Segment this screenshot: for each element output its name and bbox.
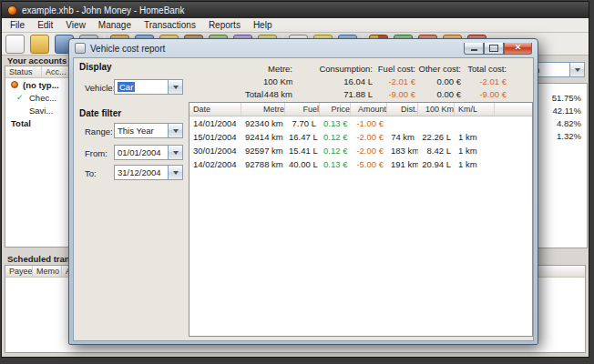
to-date-field[interactable]: 31/12/2004	[114, 165, 183, 180]
cell: -2.00 €	[351, 132, 387, 142]
dialog-title: Vehicle cost report	[90, 44, 165, 54]
range-combobox[interactable]: This Year	[114, 123, 183, 138]
column-metre[interactable]: Metre	[241, 103, 285, 116]
cell: 191 km	[387, 159, 418, 169]
menu-manage[interactable]: Manage	[92, 19, 138, 31]
table-row[interactable]: 30/01/2004 92597 km 15.41 L 0.12 € -2.00…	[189, 144, 532, 157]
table-row[interactable]: 14/02/2004 92788 km 40.00 L 0.13 € -5.00…	[189, 157, 532, 171]
summary-header-consumption: Consumption:	[292, 64, 373, 74]
from-date-field[interactable]: 01/01/2004	[114, 145, 183, 160]
column-date[interactable]: Date	[189, 103, 241, 116]
menu-transactions[interactable]: Transactions	[138, 19, 202, 31]
column-amount[interactable]: Amount	[351, 103, 387, 116]
report-summary: Metre: Consumption: Fuel cost: Other cos…	[189, 62, 507, 100]
summary-header-metre: Metre:	[263, 64, 292, 74]
cell: 1 km	[455, 159, 495, 169]
menubar: File Edit View Manage Transactions Repor…	[2, 18, 589, 33]
minimize-button[interactable]	[464, 43, 484, 55]
account-total-label: Total	[11, 118, 31, 128]
check-icon	[16, 93, 26, 102]
column-status[interactable]: Status	[5, 66, 42, 77]
summary-header-other-cost: Other cost:	[415, 64, 461, 74]
summary-header-row: Metre: Consumption: Fuel cost: Other cos…	[189, 62, 507, 75]
cell: 0.12 €	[320, 132, 351, 142]
cell: 1 km	[455, 132, 495, 142]
column-dist[interactable]: Dist.	[387, 103, 418, 116]
summary-row-100km: 100 Km 16.04 L -2.01 € 0.00 € -2.01 €	[189, 75, 507, 87]
cell: -1.00 €	[351, 118, 387, 128]
cell: 92414 km	[241, 132, 285, 142]
percent-value: 51.75%	[552, 93, 581, 103]
homebank-app-icon	[7, 5, 17, 15]
open-file-icon[interactable]	[30, 35, 49, 54]
main-titlebar[interactable]: example.xhb - John Money - HomeBank	[2, 2, 589, 18]
to-date-value[interactable]: 31/12/2004	[114, 165, 169, 180]
vehicle-combobox-button[interactable]	[169, 79, 183, 95]
account-group-label: (no typ...	[23, 80, 59, 90]
dialog-titlebar[interactable]: Vehicle cost report	[69, 39, 538, 57]
summary-cell: 16.04 L	[292, 76, 373, 86]
summary-cell: 0.00 €	[415, 76, 461, 86]
date-filter-heading: Date filter	[79, 108, 121, 118]
menu-file[interactable]: File	[4, 19, 31, 31]
menu-edit[interactable]: Edit	[31, 19, 59, 31]
accounts-panel-title: Your accounts	[7, 56, 67, 66]
account-type-icon	[11, 81, 18, 88]
account-label: Savi...	[29, 106, 53, 116]
cell: 40.00 L	[285, 159, 320, 169]
chevron-down-icon	[575, 68, 580, 72]
to-label: To:	[85, 168, 97, 178]
table-row[interactable]: 14/01/2004 92340 km 7.70 L 0.13 € -1.00 …	[189, 116, 532, 130]
from-date-button[interactable]	[169, 145, 183, 160]
cell: 8.42 L	[418, 146, 455, 156]
chevron-down-icon	[173, 171, 179, 175]
summary-cell: -9.00 €	[461, 89, 507, 99]
range-combobox-button[interactable]	[169, 123, 183, 138]
summary-cell: 100 Km	[263, 76, 292, 86]
chevron-down-icon	[173, 151, 179, 155]
column-payee[interactable]: Payee	[5, 266, 33, 277]
dialog-window-icon	[75, 43, 86, 54]
from-date-value[interactable]: 01/01/2004	[114, 145, 169, 160]
cell: 14/01/2004	[189, 118, 241, 128]
summary-cell: 0.00 €	[415, 89, 461, 99]
maximize-button[interactable]	[484, 43, 504, 55]
cell: 20.94 L	[418, 159, 455, 169]
summary-row-total: Total 448 km 71.88 L -9.00 € 0.00 € -9.0…	[189, 87, 507, 100]
percent-value: 4.82%	[557, 118, 581, 128]
cell: 1 km	[455, 146, 495, 156]
column-100km[interactable]: 100 Km	[418, 103, 455, 116]
from-label: From:	[85, 148, 108, 158]
display-section-heading: Display	[79, 62, 112, 72]
new-file-icon[interactable]	[5, 35, 25, 54]
cell: 0.13 €	[320, 118, 351, 128]
cell: 15/01/2004	[189, 132, 241, 142]
cell: 92597 km	[241, 146, 285, 156]
summary-cell: 448 km	[263, 89, 292, 99]
column-kml[interactable]: Km/L	[455, 103, 495, 116]
menu-reports[interactable]: Reports	[202, 19, 247, 31]
summary-header-fuel-cost: Fuel cost:	[373, 64, 415, 74]
cell: 92788 km	[241, 159, 285, 169]
vehicle-cost-report-dialog: Vehicle cost report Display Vehicle: Car…	[68, 38, 538, 345]
to-date-button[interactable]	[169, 165, 183, 180]
close-button[interactable]	[504, 43, 532, 55]
menu-help[interactable]: Help	[247, 19, 279, 31]
vehicle-label: Vehicle:	[85, 83, 115, 93]
cell: 14/02/2004	[189, 159, 241, 169]
chevron-down-icon	[173, 129, 179, 133]
column-fuel[interactable]: Fuel	[285, 103, 320, 116]
range-combobox-value[interactable]: This Year	[114, 123, 169, 138]
summary-cell: -2.01 €	[461, 76, 507, 86]
cell: 22.26 L	[418, 132, 455, 142]
column-price[interactable]: Price	[320, 103, 351, 116]
column-memo[interactable]: Memo	[33, 266, 62, 277]
vehicle-combobox[interactable]: Car	[114, 79, 183, 95]
period-combobox-button[interactable]	[570, 62, 585, 77]
summary-cell: 71.88 L	[292, 89, 373, 99]
cell: 30/01/2004	[189, 146, 241, 156]
menu-view[interactable]: View	[59, 19, 92, 31]
vehicle-combobox-value[interactable]: Car	[114, 79, 169, 95]
table-row[interactable]: 15/01/2004 92414 km 16.47 L 0.12 € -2.00…	[189, 130, 532, 144]
range-label: Range:	[85, 126, 113, 136]
